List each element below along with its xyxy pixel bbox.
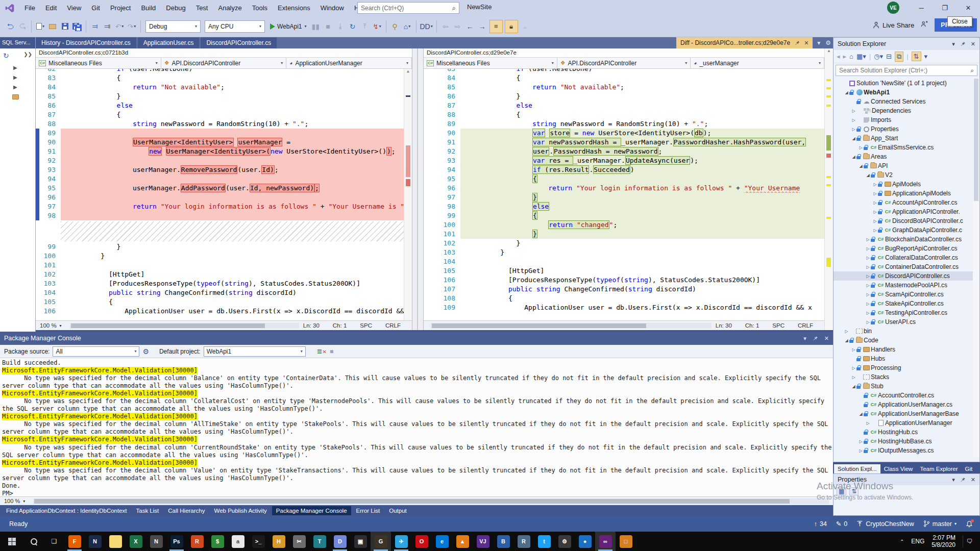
branch-button[interactable]: master▾ <box>923 520 957 528</box>
taskbar-app-firefox[interactable]: F <box>64 532 85 551</box>
expand-arrow-icon[interactable]: ▷ <box>851 347 856 352</box>
bottom-tab-find-applicationdbcontext-identitydbcontext[interactable]: Find ApplicationDbContext : IdentityDbCo… <box>2 506 131 515</box>
close-tab-icon[interactable]: ✕ <box>804 40 808 46</box>
code-line-94[interactable]: 94 <box>36 174 412 184</box>
close-button[interactable]: ✕ <box>957 0 980 16</box>
tree-item-userapi-cs[interactable]: ▷C#UserAPI.cs <box>834 317 979 327</box>
expand-arrow-icon[interactable]: ▷ <box>865 320 871 324</box>
start-button[interactable] <box>0 532 23 551</box>
menu-tools[interactable]: Tools <box>248 2 272 14</box>
taskbar-app-notepad[interactable]: N <box>146 532 166 551</box>
code-line-106[interactable]: 106 [ProducesResponseType(typeof(string)… <box>424 276 824 285</box>
expand-arrow-icon[interactable]: ▷ <box>865 237 871 242</box>
taskbar-search-button[interactable] <box>23 532 44 551</box>
tree-item-containerdatacontroller-cs[interactable]: ▷C#ContainerDataController.cs <box>834 262 979 271</box>
tree-item-bugreportapicontroller-cs[interactable]: ▷C#BugReportApiController.cs <box>834 244 979 253</box>
preview-selected-items-icon[interactable]: ⧉ <box>895 52 903 62</box>
taskbar-app-navy-app[interactable]: N <box>85 532 105 551</box>
tree-scrollbar[interactable] <box>973 78 979 457</box>
go-forward-icon[interactable]: → <box>476 20 488 33</box>
expand-arrow-icon[interactable]: ▷ <box>865 256 871 260</box>
overflow-icon[interactable]: ❯❯ <box>23 52 32 60</box>
pending-edits-button[interactable]: ✎0 <box>836 520 847 528</box>
expand-arrow-icon[interactable]: ▷ <box>865 311 871 315</box>
taskbar-app-grill-app[interactable]: G <box>371 532 391 551</box>
expand-arrow-icon[interactable]: ▷ <box>858 439 864 444</box>
code-line-98[interactable]: 98 <box>36 211 412 220</box>
taskbar-app-photoshop[interactable]: Ps <box>166 532 187 551</box>
go-back-icon[interactable]: ← <box>464 20 476 33</box>
expand-arrow-icon[interactable]: ▷ <box>851 375 856 380</box>
tree-item-areas[interactable]: ◢Areas <box>834 152 979 161</box>
code-line-82[interactable]: 82 if (user.ResetDone) <box>36 69 412 73</box>
code-line-87[interactable]: 87 { <box>36 110 412 119</box>
code-line-100[interactable]: 100 } <box>36 252 412 261</box>
compare-icon[interactable]: ₌ <box>519 20 531 33</box>
expand-arrow-icon[interactable]: ▷ <box>872 191 878 196</box>
menu-file[interactable]: File <box>20 2 40 14</box>
sql-server-tab[interactable]: SQL Serv... <box>0 37 35 48</box>
tree-collapse-arrow[interactable]: ▶ <box>0 72 35 82</box>
tree-item-hostinghubbase-cs[interactable]: ▷C#HostingHubBase.cs <box>834 437 979 446</box>
code-line-85[interactable]: 85 } <box>36 92 412 101</box>
expand-arrow-icon[interactable]: ▷ <box>865 283 871 288</box>
code-line-106[interactable]: 106 ApplicationUser user = db.Users.Firs… <box>36 307 412 316</box>
redo-icon[interactable]: ↷▾ <box>126 20 138 33</box>
tree-item-collateraldatacontroller-cs[interactable]: ▷C#CollateralDataController.cs <box>834 253 979 262</box>
step-out-icon[interactable]: ⤒ <box>359 20 371 33</box>
collapse-arrow-icon[interactable]: ◢ <box>858 412 864 416</box>
forward-icon[interactable]: ▸ <box>843 53 847 60</box>
right-type-dropdown[interactable]: ❖API.DiscordAPIController▾ <box>557 58 691 68</box>
tree-item-applicationusermanager-cs[interactable]: C#ApplicationUserManager.cs <box>834 400 979 409</box>
collapse-arrow-icon[interactable]: ◢ <box>851 136 856 141</box>
home-icon[interactable]: ⌂ <box>849 53 853 60</box>
tree-item-applicationapicontroller-[interactable]: ▷C#ApplicationAPIController. <box>834 207 979 216</box>
code-line-95[interactable]: 95 { <box>424 174 824 184</box>
pin-icon[interactable]: 📌︎ <box>794 40 800 46</box>
taskbar-app-vj-app[interactable]: VJ <box>473 532 493 551</box>
code-line-94[interactable]: 94 if (res.Result.Succeeded) <box>424 165 824 174</box>
taskbar-app-edge[interactable]: e <box>432 532 452 551</box>
code-line-97[interactable]: 97 } <box>424 193 824 202</box>
bottom-tab-web-publish-activity[interactable]: Web Publish Activity <box>210 506 271 515</box>
collapse-arrow-icon[interactable]: ◢ <box>851 384 856 389</box>
taskbar-app-excel[interactable]: X <box>126 532 146 551</box>
code-line-96[interactable]: 96 return "Your login information is as … <box>424 184 824 193</box>
code-line-91[interactable]: 91 var newPasswordHash = _userManager.Pa… <box>424 138 824 147</box>
step-into-icon[interactable]: ⤓ <box>334 20 347 33</box>
code-line-99[interactable]: 99 } <box>36 242 412 252</box>
user-avatar[interactable]: VE <box>887 2 899 14</box>
tree-item-accountcontroller-cs[interactable]: C#AccountController.cs <box>834 391 979 400</box>
package-settings-gear-icon[interactable]: ⚙ <box>142 347 149 356</box>
new-file-icon[interactable]: ▾ <box>34 20 46 33</box>
tree-item-solution-newsite-1-of-1-project-[interactable]: Solution 'NewSite' (1 of 1 project) <box>834 79 979 88</box>
window-position-icon[interactable]: ▾ <box>952 41 955 47</box>
taskbar-app-rust-app[interactable]: R <box>187 532 207 551</box>
menu-project[interactable]: Project <box>106 2 135 14</box>
tree-item-imports[interactable]: ▷Imports <box>834 115 979 124</box>
code-line-102[interactable]: 102 [HttpGet] <box>36 270 412 279</box>
code-line-96[interactable]: 96 <box>36 193 412 202</box>
taskbar-app-visual-studio[interactable]: ∞ <box>595 532 616 551</box>
expand-arrow-icon[interactable]: ▷ <box>865 265 871 269</box>
taskbar-app-discord[interactable]: D <box>330 532 350 551</box>
tree-item-masternodepoolapi-cs[interactable]: ▷C#MasternodePoolAPI.cs <box>834 281 979 290</box>
tab-3[interactable]: DiscordAPIController.cs <box>201 37 277 48</box>
tree-collapse-arrow[interactable]: ▶ <box>0 63 35 72</box>
hot-reload-icon[interactable]: ↯▾ <box>371 20 383 33</box>
code-line-92[interactable]: 92 <box>36 156 412 165</box>
expand-arrow-icon[interactable]: ▷ <box>872 219 878 223</box>
find-in-files-icon[interactable]: ⚲ <box>389 20 401 33</box>
console-output[interactable]: Build succeeded.Microsoft.EntityFramewor… <box>0 358 833 496</box>
code-line-98[interactable]: 98 else <box>424 202 824 211</box>
tree-item-applicationusermanagerbase[interactable]: ◢C#ApplicationUserManagerBase <box>834 409 979 418</box>
taskbar-app-wallet[interactable]: $ <box>207 532 228 551</box>
expand-arrow-icon[interactable]: ▷ <box>872 228 878 233</box>
pending-changes-filter-icon[interactable]: ◷▾ <box>874 53 883 60</box>
code-line-97[interactable]: 97 return "Your login information is as … <box>36 202 412 211</box>
code-line-89[interactable]: 89 string newPassword = RandomString(10)… <box>424 119 824 129</box>
tree-item-emailsmsservice-cs[interactable]: ▷C#EmailSmsService.cs <box>834 143 979 152</box>
solution-configuration-dropdown[interactable]: Debug▾ <box>145 20 201 33</box>
expand-arrow-icon[interactable]: ▷ <box>844 329 849 334</box>
expand-arrow-icon[interactable]: ▷ <box>872 201 878 205</box>
